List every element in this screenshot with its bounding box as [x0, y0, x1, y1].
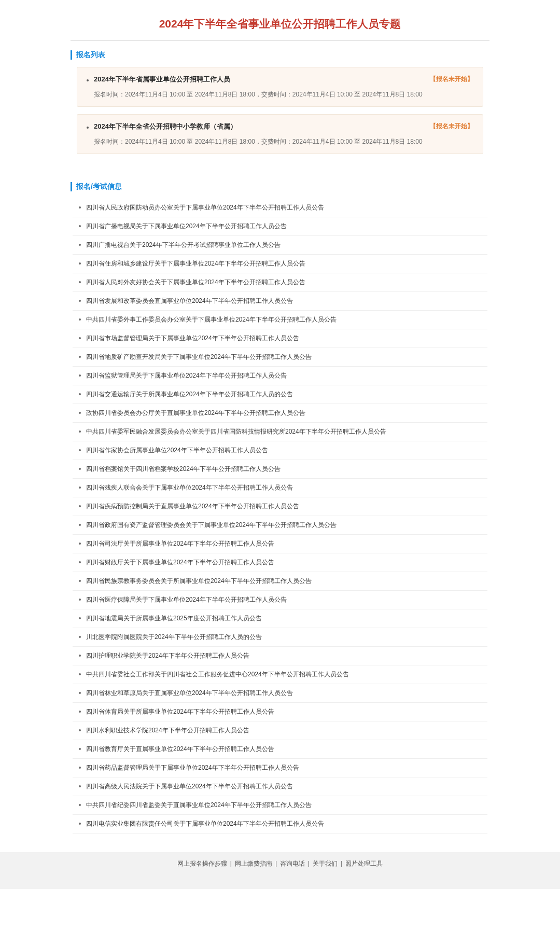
footer: 网上报名操作步骤|网上缴费指南|咨询电话|关于我们|照片处理工具 — [0, 852, 560, 889]
info-list-item[interactable]: 四川省政府国有资产监督管理委员会关于下属事业单位2024年下半年公开招聘工作人员… — [73, 516, 487, 535]
info-list-item[interactable]: 四川广播电视台关于2024年下半年公开考试招聘事业单位工作人员公告 — [73, 236, 487, 255]
registration-card[interactable]: 2024年下半年省属事业单位公开招聘工作人员【报名未开始】报名时间：2024年1… — [77, 67, 483, 107]
info-link[interactable]: 四川省体育局关于所属事业单位2024年下半年公开招聘工作人员公告 — [86, 708, 274, 715]
footer-separator: | — [308, 860, 310, 867]
info-list-item[interactable]: 四川省残疾人联合会关于下属事业单位2024年下半年公开招聘工作人员公告 — [73, 479, 487, 497]
info-list-item[interactable]: 中共四川省委军民融合发展委员会办公室关于四川省国防科技情报研究所2024年下半年… — [73, 423, 487, 441]
info-link[interactable]: 四川省市场监督管理局关于下属事业单位2024年下半年公开招聘工作人员公告 — [86, 335, 299, 342]
info-link[interactable]: 四川省疾病预防控制局关于直属事业单位2024年下半年公开招聘工作人员公告 — [86, 503, 299, 510]
info-link[interactable]: 四川省医疗保障局关于下属事业单位2024年下半年公开招聘工作人员公告 — [86, 596, 287, 603]
registration-title-wrap: 2024年下半年全省公开招聘中小学教师（省属） — [87, 122, 237, 131]
info-list-item[interactable]: 四川省档案馆关于四川省档案学校2024年下半年公开招聘工作人员公告 — [73, 460, 487, 479]
info-link[interactable]: 四川省高级人民法院关于下属事业单位2024年下半年公开招聘工作人员公告 — [86, 783, 293, 790]
info-list-item[interactable]: 中共四川省委社会工作部关于四川省社会工作服务促进中心2024年下半年公开招聘工作… — [73, 665, 487, 684]
info-link[interactable]: 四川省发展和改革委员会直属事业单位2024年下半年公开招聘工作人员公告 — [86, 297, 293, 304]
footer-link[interactable]: 咨询电话 — [280, 860, 305, 867]
info-list-item[interactable]: 四川省地质矿产勘查开发局关于下属事业单位2024年下半年公开招聘工作人员公告 — [73, 348, 487, 367]
info-link[interactable]: 四川省广播电视局关于下属事业单位2024年下半年公开招聘工作人员公告 — [86, 223, 287, 230]
info-link[interactable]: 中共四川省委军民融合发展委员会办公室关于四川省国防科技情报研究所2024年下半年… — [86, 428, 386, 435]
info-link[interactable]: 四川省司法厅关于所属事业单位2024年下半年公开招聘工作人员公告 — [86, 540, 274, 547]
registration-status-badge: 【报名未开始】 — [430, 75, 473, 84]
footer-separator: | — [230, 860, 232, 867]
info-list-item[interactable]: 四川省交通运输厅关于所属事业单位2024年下半年公开招聘工作人员的公告 — [73, 385, 487, 404]
info-link[interactable]: 四川省地震局关于所属事业单位2025年度公开招聘工作人员公告 — [86, 615, 262, 622]
info-link[interactable]: 四川水利职业技术学院2024年下半年公开招聘工作人员公告 — [86, 727, 249, 734]
info-link[interactable]: 四川省监狱管理局关于下属事业单位2024年下半年公开招聘工作人员公告 — [86, 372, 287, 379]
info-list-item[interactable]: 四川省医疗保障局关于下属事业单位2024年下半年公开招聘工作人员公告 — [73, 591, 487, 609]
info-link[interactable]: 四川省政府国有资产监督管理委员会关于下属事业单位2024年下半年公开招聘工作人员… — [86, 521, 337, 529]
info-link[interactable]: 四川省住房和城乡建设厅关于下属事业单位2024年下半年公开招聘工作人员公告 — [86, 260, 305, 267]
info-link[interactable]: 四川省作家协会所属事业单位2024年下半年公开招聘工作人员公告 — [86, 447, 268, 454]
info-list-item[interactable]: 政协四川省委员会办公厅关于直属事业单位2024年下半年公开招聘工作人员公告 — [73, 404, 487, 423]
footer-separator: | — [275, 860, 277, 867]
footer-link[interactable]: 网上缴费指南 — [235, 860, 272, 867]
info-link[interactable]: 四川省教育厅关于直属事业单位2024年下半年公开招聘工作人员公告 — [86, 745, 274, 753]
registration-title[interactable]: 2024年下半年全省公开招聘中小学教师（省属） — [94, 122, 237, 131]
registration-title-wrap: 2024年下半年省属事业单位公开招聘工作人员 — [87, 75, 230, 84]
info-list-item[interactable]: 四川水利职业技术学院2024年下半年公开招聘工作人员公告 — [73, 721, 487, 740]
info-list-item[interactable]: 四川省司法厅关于所属事业单位2024年下半年公开招聘工作人员公告 — [73, 535, 487, 553]
bullet-icon — [87, 79, 89, 81]
section-header-registration: 报名列表 — [71, 50, 489, 60]
footer-link[interactable]: 照片处理工具 — [345, 860, 383, 867]
registration-meta: 报名时间：2024年11月4日 10:00 至 2024年11月8日 18:00… — [87, 90, 473, 99]
info-link[interactable]: 中共四川省纪委四川省监委关于直属事业单位2024年下半年公开招聘工作人员公告 — [86, 801, 312, 809]
info-link[interactable]: 四川省人民政府国防动员办公室关于下属事业单位2024年下半年公开招聘工作人员公告 — [86, 204, 324, 211]
registration-meta: 报名时间：2024年11月4日 10:00 至 2024年11月8日 18:00… — [87, 137, 473, 146]
info-link[interactable]: 四川省药品监督管理局关于下属事业单位2024年下半年公开招聘工作人员公告 — [86, 764, 299, 771]
info-link[interactable]: 中共四川省委社会工作部关于四川省社会工作服务促进中心2024年下半年公开招聘工作… — [86, 671, 349, 678]
title-divider — [71, 40, 489, 41]
info-list-item[interactable]: 中共四川省纪委四川省监委关于直属事业单位2024年下半年公开招聘工作人员公告 — [73, 796, 487, 815]
info-list-item[interactable]: 川北医学院附属医院关于2024年下半年公开招聘工作人员的公告 — [73, 628, 487, 647]
info-list-item[interactable]: 四川省高级人民法院关于下属事业单位2024年下半年公开招聘工作人员公告 — [73, 777, 487, 796]
info-list-item[interactable]: 四川省地震局关于所属事业单位2025年度公开招聘工作人员公告 — [73, 609, 487, 628]
info-link[interactable]: 四川省残疾人联合会关于下属事业单位2024年下半年公开招聘工作人员公告 — [86, 484, 293, 491]
section-header-info: 报名/考试信息 — [71, 182, 489, 191]
info-list-item[interactable]: 四川省住房和城乡建设厅关于下属事业单位2024年下半年公开招聘工作人员公告 — [73, 255, 487, 273]
info-link[interactable]: 四川护理职业学院关于2024年下半年公开招聘工作人员公告 — [86, 652, 249, 659]
info-list-item[interactable]: 四川省人民政府国防动员办公室关于下属事业单位2024年下半年公开招聘工作人员公告 — [73, 199, 487, 217]
info-list-item[interactable]: 四川省广播电视局关于下属事业单位2024年下半年公开招聘工作人员公告 — [73, 217, 487, 236]
info-link[interactable]: 四川电信实业集团有限责任公司关于下属事业单位2024年下半年公开招聘工作人员公告 — [86, 820, 324, 827]
info-link[interactable]: 四川省地质矿产勘查开发局关于下属事业单位2024年下半年公开招聘工作人员公告 — [86, 353, 312, 360]
info-link[interactable]: 川北医学院附属医院关于2024年下半年公开招聘工作人员的公告 — [86, 633, 262, 641]
info-link[interactable]: 政协四川省委员会办公厅关于直属事业单位2024年下半年公开招聘工作人员公告 — [86, 409, 305, 416]
footer-separator: | — [341, 860, 342, 867]
info-list-item[interactable]: 四川护理职业学院关于2024年下半年公开招聘工作人员公告 — [73, 647, 487, 665]
registration-card-header: 2024年下半年全省公开招聘中小学教师（省属）【报名未开始】 — [87, 122, 473, 131]
footer-link[interactable]: 关于我们 — [313, 860, 338, 867]
info-list-item[interactable]: 四川省市场监督管理局关于下属事业单位2024年下半年公开招聘工作人员公告 — [73, 329, 487, 348]
info-list-item[interactable]: 四川省林业和草原局关于直属事业单位2024年下半年公开招聘工作人员公告 — [73, 684, 487, 703]
info-list: 四川省人民政府国防动员办公室关于下属事业单位2024年下半年公开招聘工作人员公告… — [71, 199, 489, 833]
registration-list: 2024年下半年省属事业单位公开招聘工作人员【报名未开始】报名时间：2024年1… — [71, 67, 489, 172]
info-link[interactable]: 四川省交通运输厅关于所属事业单位2024年下半年公开招聘工作人员的公告 — [86, 391, 293, 398]
registration-status-badge: 【报名未开始】 — [430, 122, 473, 131]
info-list-item[interactable]: 四川省教育厅关于直属事业单位2024年下半年公开招聘工作人员公告 — [73, 740, 487, 759]
info-list-item[interactable]: 四川电信实业集团有限责任公司关于下属事业单位2024年下半年公开招聘工作人员公告 — [73, 815, 487, 833]
info-link[interactable]: 中共四川省委外事工作委员会办公室关于下属事业单位2024年下半年公开招聘工作人员… — [86, 316, 337, 323]
info-list-item[interactable]: 四川省作家协会所属事业单位2024年下半年公开招聘工作人员公告 — [73, 441, 487, 460]
info-list-item[interactable]: 四川省人民对外友好协会关于下属事业单位2024年下半年公开招聘工作人员公告 — [73, 273, 487, 292]
info-list-item[interactable]: 四川省药品监督管理局关于下属事业单位2024年下半年公开招聘工作人员公告 — [73, 759, 487, 777]
footer-links: 网上报名操作步骤|网上缴费指南|咨询电话|关于我们|照片处理工具 — [0, 859, 560, 868]
registration-card[interactable]: 2024年下半年全省公开招聘中小学教师（省属）【报名未开始】报名时间：2024年… — [77, 114, 483, 154]
info-link[interactable]: 四川省林业和草原局关于直属事业单位2024年下半年公开招聘工作人员公告 — [86, 689, 293, 697]
registration-title[interactable]: 2024年下半年省属事业单位公开招聘工作人员 — [94, 75, 230, 84]
info-list-item[interactable]: 四川省民族宗教事务委员会关于所属事业单位2024年下半年公开招聘工作人员公告 — [73, 572, 487, 591]
info-list-item[interactable]: 四川省监狱管理局关于下属事业单位2024年下半年公开招聘工作人员公告 — [73, 367, 487, 385]
footer-link[interactable]: 网上报名操作步骤 — [177, 860, 227, 867]
info-list-item[interactable]: 四川省财政厅关于下属事业单位2024年下半年公开招聘工作人员公告 — [73, 553, 487, 572]
registration-card-header: 2024年下半年省属事业单位公开招聘工作人员【报名未开始】 — [87, 75, 473, 84]
info-list-item[interactable]: 中共四川省委外事工作委员会办公室关于下属事业单位2024年下半年公开招聘工作人员… — [73, 311, 487, 329]
info-link[interactable]: 四川省财政厅关于下属事业单位2024年下半年公开招聘工作人员公告 — [86, 559, 274, 566]
info-list-item[interactable]: 四川省发展和改革委员会直属事业单位2024年下半年公开招聘工作人员公告 — [73, 292, 487, 311]
info-list-item[interactable]: 四川省疾病预防控制局关于直属事业单位2024年下半年公开招聘工作人员公告 — [73, 497, 487, 516]
info-link[interactable]: 四川广播电视台关于2024年下半年公开考试招聘事业单位工作人员公告 — [86, 241, 281, 248]
page-title: 2024年下半年全省事业单位公开招聘工作人员专题 — [71, 10, 489, 40]
bullet-icon — [87, 127, 89, 129]
info-link[interactable]: 四川省档案馆关于四川省档案学校2024年下半年公开招聘工作人员公告 — [86, 465, 281, 473]
info-link[interactable]: 四川省人民对外友好协会关于下属事业单位2024年下半年公开招聘工作人员公告 — [86, 279, 305, 286]
info-list-item[interactable]: 四川省体育局关于所属事业单位2024年下半年公开招聘工作人员公告 — [73, 703, 487, 721]
info-link[interactable]: 四川省民族宗教事务委员会关于所属事业单位2024年下半年公开招聘工作人员公告 — [86, 577, 312, 585]
